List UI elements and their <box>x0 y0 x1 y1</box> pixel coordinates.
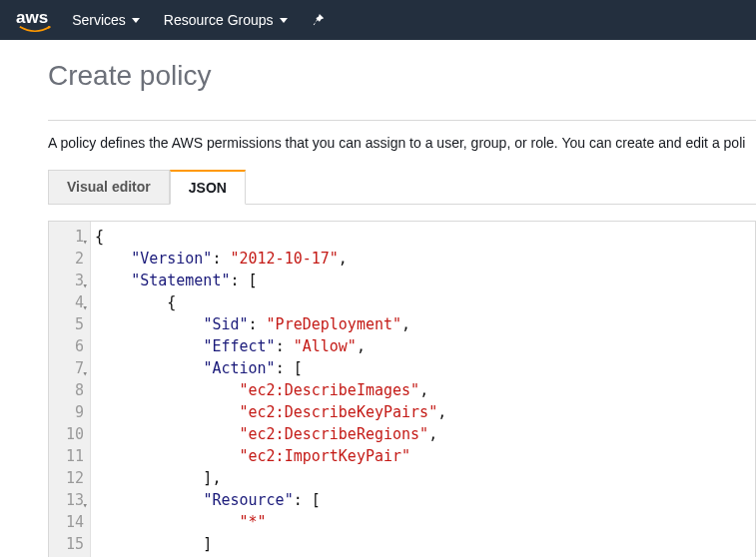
code-line[interactable]: "*" <box>95 511 446 533</box>
divider <box>48 120 756 121</box>
chevron-down-icon <box>280 18 288 23</box>
code-line[interactable]: "Effect": "Allow", <box>95 335 446 357</box>
code-line[interactable]: "ec2:DescribeImages", <box>95 379 446 401</box>
pin-icon <box>312 13 326 27</box>
code-line[interactable]: "ec2:DescribeKeyPairs", <box>95 401 446 423</box>
policy-description: A policy defines the AWS permissions tha… <box>48 135 756 151</box>
chevron-down-icon <box>132 18 140 23</box>
code-line[interactable]: { <box>95 226 446 248</box>
aws-logo-text: aws <box>16 8 48 27</box>
gutter-line: 12 <box>59 467 84 489</box>
code-line[interactable]: "Sid": "PreDeployment", <box>95 313 446 335</box>
gutter-line: 13▾ <box>59 489 84 511</box>
gutter-line: 1▾ <box>59 226 84 248</box>
gutter-line: 10 <box>59 423 84 445</box>
code-line[interactable]: "ec2:DescribeRegions", <box>95 423 446 445</box>
code-line[interactable]: "ec2:ImportKeyPair" <box>95 445 446 467</box>
gutter-line: 7▾ <box>59 357 84 379</box>
content-area: Create policy A policy defines the AWS p… <box>0 40 756 557</box>
aws-logo[interactable]: aws <box>16 8 48 32</box>
code-line[interactable]: "Statement": [ <box>95 270 446 291</box>
top-nav: aws Services Resource Groups <box>0 0 756 40</box>
gutter-line: 6 <box>59 335 84 357</box>
code-line[interactable]: { <box>95 291 446 313</box>
editor-gutter: 1▾23▾4▾567▾8910111213▾1415 <box>49 222 91 557</box>
code-line[interactable]: "Action": [ <box>95 357 446 379</box>
nav-services[interactable]: Services <box>72 12 140 28</box>
gutter-line: 4▾ <box>59 291 84 313</box>
editor-tabs: Visual editor JSON <box>48 169 756 205</box>
gutter-line: 9 <box>59 401 84 423</box>
code-line[interactable]: ] <box>95 533 446 555</box>
json-editor[interactable]: 1▾23▾4▾567▾8910111213▾1415 { "Version": … <box>48 221 756 557</box>
aws-smile-icon <box>16 26 54 34</box>
editor-code[interactable]: { "Version": "2012-10-17", "Statement": … <box>91 222 446 557</box>
code-line[interactable]: "Resource": [ <box>95 489 446 511</box>
tab-json[interactable]: JSON <box>170 170 246 205</box>
nav-services-label: Services <box>72 12 126 28</box>
gutter-line: 2 <box>59 248 84 270</box>
gutter-line: 8 <box>59 379 84 401</box>
gutter-line: 14 <box>59 511 84 533</box>
code-line[interactable]: "Version": "2012-10-17", <box>95 248 446 270</box>
gutter-line: 3▾ <box>59 270 84 291</box>
page-title: Create policy <box>48 60 756 92</box>
nav-resource-groups[interactable]: Resource Groups <box>164 12 288 28</box>
gutter-line: 11 <box>59 445 84 467</box>
pin-button[interactable] <box>312 13 326 27</box>
nav-resource-groups-label: Resource Groups <box>164 12 274 28</box>
gutter-line: 5 <box>59 313 84 335</box>
gutter-line: 15 <box>59 533 84 555</box>
tab-visual-editor[interactable]: Visual editor <box>48 170 170 205</box>
code-line[interactable]: ], <box>95 467 446 489</box>
